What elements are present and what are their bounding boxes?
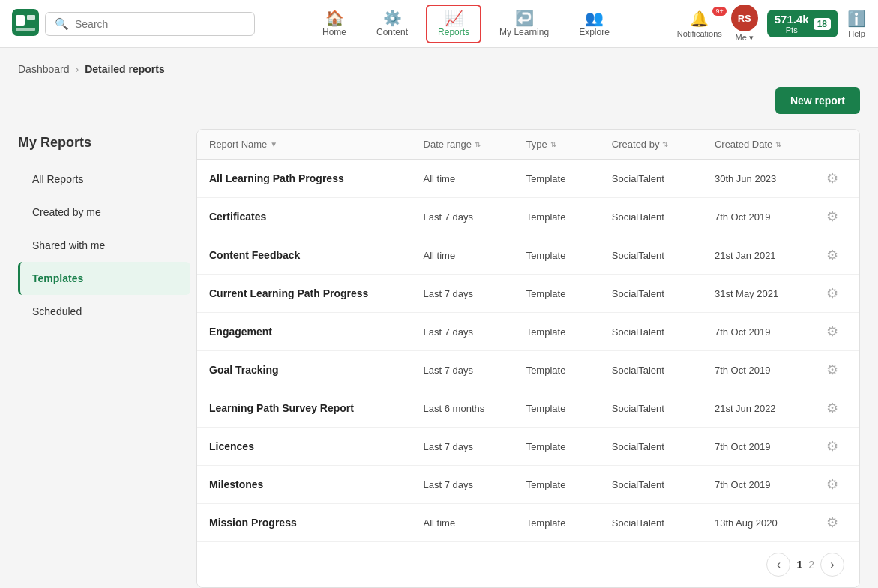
pagination-next-button[interactable]: › xyxy=(820,553,844,577)
report-name[interactable]: Licences xyxy=(209,440,424,452)
breadcrumb-current: Detailed reports xyxy=(85,63,165,75)
table-row: Certificates Last 7 days Template Social… xyxy=(197,198,859,236)
report-settings-button[interactable]: ⚙ xyxy=(817,170,847,187)
help-label: Help xyxy=(848,29,865,38)
report-settings-button[interactable]: ⚙ xyxy=(817,285,847,302)
me-section[interactable]: RS Me ▾ xyxy=(731,4,758,43)
main-content: Dashboard › Detailed reports New report … xyxy=(0,48,878,588)
report-type: Template xyxy=(526,288,612,299)
sidebar-item-all-reports[interactable]: All Reports xyxy=(18,163,190,196)
app-logo[interactable] xyxy=(12,9,39,38)
sidebar-item-shared-with-me[interactable]: Shared with me xyxy=(18,229,190,262)
reports-icon: 📈 xyxy=(445,10,463,26)
svg-rect-3 xyxy=(27,15,35,20)
nav-item-reports[interactable]: 📈 Reports xyxy=(426,4,481,44)
report-name[interactable]: Learning Path Survey Report xyxy=(209,402,424,414)
report-name[interactable]: Goal Tracking xyxy=(209,364,424,376)
me-label: Me ▾ xyxy=(736,33,754,43)
report-name[interactable]: Current Learning Path Progress xyxy=(209,287,424,299)
notifications-button[interactable]: 🔔 9+ Notifications xyxy=(677,10,722,38)
report-settings-button[interactable]: ⚙ xyxy=(817,514,847,531)
nav-label-my-learning: My Learning xyxy=(499,27,549,38)
my-learning-icon: ↩️ xyxy=(515,10,534,26)
notification-badge: 9+ xyxy=(712,7,726,16)
report-name[interactable]: Milestones xyxy=(209,478,424,490)
table-header: Report Name ▼ Date range ⇅ Type ⇅ Create… xyxy=(197,130,859,160)
nav-right: 🔔 9+ Notifications RS Me ▾ 571.4k Pts 18… xyxy=(677,4,866,43)
report-name[interactable]: All Learning Path Progress xyxy=(209,172,424,184)
reports-table: Report Name ▼ Date range ⇅ Type ⇅ Create… xyxy=(196,129,860,588)
table-row: Goal Tracking Last 7 days Template Socia… xyxy=(197,351,859,389)
col-header-created-by-label: Created by xyxy=(612,139,660,150)
table-body: All Learning Path Progress All time Temp… xyxy=(197,160,859,542)
sort-icon-created-date: ⇅ xyxy=(775,140,781,148)
sort-icon-type: ⇅ xyxy=(550,140,556,148)
report-created-by: SocialTalent xyxy=(612,173,715,184)
report-settings-button[interactable]: ⚙ xyxy=(817,476,847,493)
report-created-by: SocialTalent xyxy=(612,479,715,490)
report-type: Template xyxy=(526,212,612,223)
breadcrumb-dashboard[interactable]: Dashboard xyxy=(18,63,70,75)
top-navigation: 🔍 🏠 Home ⚙️ Content 📈 Reports ↩️ My Lear… xyxy=(0,0,878,48)
pagination-prev-button[interactable]: ‹ xyxy=(766,553,790,577)
report-settings-button[interactable]: ⚙ xyxy=(817,323,847,340)
col-header-type[interactable]: Type ⇅ xyxy=(526,139,612,150)
nav-label-home: Home xyxy=(322,27,346,38)
report-name[interactable]: Engagement xyxy=(209,326,424,338)
report-settings-button[interactable]: ⚙ xyxy=(817,362,847,378)
reports-section: My Reports All Reports Created by me Sha… xyxy=(18,129,860,588)
pagination-page-2[interactable]: 2 xyxy=(808,559,814,571)
sidebar-label-templates: Templates xyxy=(32,272,83,284)
nav-item-my-learning[interactable]: ↩️ My Learning xyxy=(487,4,561,44)
report-name[interactable]: Mission Progress xyxy=(209,517,424,529)
report-date-range: Last 7 days xyxy=(424,288,526,299)
points-unit: Pts xyxy=(786,26,798,34)
report-type: Template xyxy=(526,518,612,529)
report-created-by: SocialTalent xyxy=(612,364,715,376)
report-settings-button[interactable]: ⚙ xyxy=(817,438,847,454)
report-type: Template xyxy=(526,441,612,452)
col-header-created-date-label: Created Date xyxy=(715,139,772,150)
col-header-date-range[interactable]: Date range ⇅ xyxy=(424,139,526,150)
nav-label-content: Content xyxy=(376,27,408,38)
report-created-date: 7th Oct 2019 xyxy=(715,364,817,376)
table-row: Learning Path Survey Report Last 6 month… xyxy=(197,389,859,428)
sidebar-item-scheduled[interactable]: Scheduled xyxy=(18,295,190,328)
report-type: Template xyxy=(526,479,612,490)
nav-item-content[interactable]: ⚙️ Content xyxy=(364,4,420,44)
report-settings-button[interactable]: ⚙ xyxy=(817,208,847,225)
report-date-range: All time xyxy=(424,518,526,529)
report-date-range: Last 7 days xyxy=(424,212,526,223)
col-header-created-date[interactable]: Created Date ⇅ xyxy=(715,139,817,150)
nav-item-home[interactable]: 🏠 Home xyxy=(310,4,358,44)
report-created-by: SocialTalent xyxy=(612,250,715,261)
search-box[interactable]: 🔍 xyxy=(45,12,255,36)
report-type: Template xyxy=(526,403,612,414)
report-settings-button[interactable]: ⚙ xyxy=(817,400,847,416)
new-report-button[interactable]: New report xyxy=(775,87,860,114)
sidebar-item-created-by-me[interactable]: Created by me xyxy=(18,196,190,229)
pagination-current-page: 1 xyxy=(796,559,802,571)
avatar[interactable]: RS xyxy=(731,4,758,32)
help-button[interactable]: ℹ️ Help xyxy=(847,10,866,38)
report-date-range: Last 7 days xyxy=(424,364,526,376)
sidebar-item-templates[interactable]: Templates xyxy=(18,262,190,295)
sidebar-label-scheduled: Scheduled xyxy=(32,305,82,317)
explore-icon: 👥 xyxy=(585,10,604,26)
search-input[interactable] xyxy=(75,18,245,30)
search-icon: 🔍 xyxy=(55,17,69,31)
nav-item-explore[interactable]: 👥 Explore xyxy=(567,4,622,44)
report-settings-button[interactable]: ⚙ xyxy=(817,247,847,263)
col-header-created-by[interactable]: Created by ⇅ xyxy=(612,139,715,150)
avatar-initials: RS xyxy=(738,13,751,24)
col-header-name[interactable]: Report Name ▼ xyxy=(209,139,424,150)
points-block[interactable]: 571.4k Pts 18 xyxy=(767,10,838,38)
sidebar-label-shared-with-me: Shared with me xyxy=(32,239,105,251)
report-type: Template xyxy=(526,326,612,338)
report-name[interactable]: Content Feedback xyxy=(209,249,424,261)
report-name[interactable]: Certificates xyxy=(209,211,424,223)
report-created-date: 21st Jan 2021 xyxy=(715,250,817,261)
breadcrumb-separator: › xyxy=(76,63,79,75)
notifications-label: Notifications xyxy=(677,29,722,38)
report-date-range: Last 7 days xyxy=(424,441,526,452)
